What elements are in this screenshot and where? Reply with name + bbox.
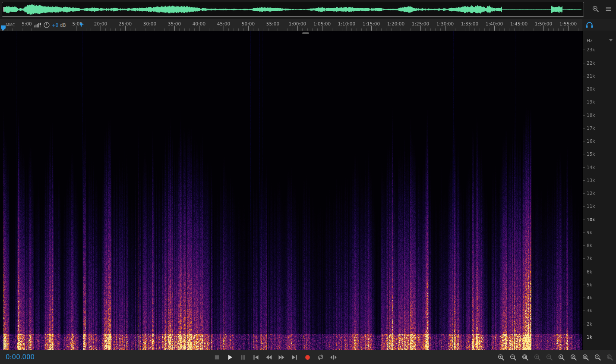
fast-forward-button[interactable]: [277, 352, 286, 362]
frequency-tick: [583, 337, 585, 337]
frequency-label: 7k: [587, 256, 592, 261]
zoom-one-to-one-button[interactable]: [593, 353, 602, 361]
frequency-tick: [583, 63, 585, 63]
overview-waveform-canvas[interactable]: [4, 3, 581, 16]
scale-menu-caret-icon[interactable]: [609, 39, 613, 41]
ruler-time-label: 30:00: [143, 21, 156, 26]
frequency-tick: [583, 115, 585, 116]
record-button[interactable]: [303, 352, 312, 362]
gain-knob-icon[interactable]: [43, 22, 50, 28]
frequency-tick: [583, 272, 585, 272]
spectral-view: Hz 23k22k21k20k19k18k17k16k15k14k13k12k1…: [0, 31, 616, 350]
play-selection-button[interactable]: [329, 352, 338, 362]
overview-menu-icon[interactable]: [605, 5, 612, 13]
frequency-tick: [583, 285, 585, 285]
frequency-tick: [583, 311, 585, 311]
frequency-label: 17k: [587, 126, 595, 131]
frequency-tick: [583, 324, 585, 324]
frequency-tick: [583, 245, 585, 246]
frequency-tick: [583, 232, 585, 233]
frequency-label: 2k: [587, 321, 592, 326]
ruler-time-label: 1:15:00: [363, 21, 380, 26]
frequency-tick: [583, 180, 585, 181]
headphones-monitor-icon[interactable]: [585, 21, 594, 28]
ruler-time-label: 5:00: [22, 21, 32, 26]
ruler-time-label: 1:55:00: [559, 21, 577, 26]
ruler-time-label: 1:25:00: [412, 21, 429, 26]
frequency-scale: Hz 23k22k21k20k19k18k17k16k15k14k13k12k1…: [582, 31, 616, 350]
transport-bar: 0:00.000: [0, 350, 616, 364]
ruler-time-label: 1:30:00: [436, 21, 454, 26]
rewind-button[interactable]: [264, 352, 273, 362]
ruler-time-label: 1:45:00: [510, 21, 528, 26]
frequency-label: 3k: [587, 308, 592, 313]
zoom-to-left-edge-button[interactable]: [557, 353, 565, 361]
frequency-label: 18k: [587, 113, 595, 118]
frequency-label: 9k: [587, 230, 592, 235]
frequency-tick: [583, 154, 585, 154]
ruler-time-label: 25:00: [119, 21, 132, 26]
ruler-time-label: 35:00: [168, 21, 181, 26]
overview-zoom-icon[interactable]: [592, 5, 599, 13]
frequency-tick: [583, 141, 585, 141]
skip-to-end-button[interactable]: [290, 352, 299, 362]
ruler-time-label: 1:10:00: [338, 21, 355, 26]
ruler-time-label: 1:00:00: [289, 21, 306, 26]
zoom-full-button[interactable]: [605, 353, 614, 361]
frequency-tick: [583, 193, 585, 194]
frequency-label: 5k: [587, 282, 592, 287]
timeline-row: 5:0010:0015:0020:0025:0030:0035:0040:004…: [0, 19, 616, 31]
frequency-label: 11k: [587, 204, 595, 209]
mmc-label: MMC: [6, 23, 15, 27]
frequency-label: 13k: [587, 178, 595, 183]
timeline-ruler[interactable]: 5:0010:0015:0020:0025:0030:0035:0040:004…: [0, 19, 582, 31]
zoom-to-selection-button[interactable]: [521, 353, 529, 361]
zoom-out-vertical-button[interactable]: [545, 353, 553, 361]
stop-button[interactable]: [212, 352, 221, 362]
ruler-time-label: 20:00: [94, 21, 107, 26]
frequency-label: 16k: [587, 138, 595, 144]
zoom-in-vertical-button[interactable]: [533, 353, 541, 361]
frequency-tick: [583, 220, 585, 220]
play-button[interactable]: [225, 352, 234, 362]
frequency-label: 22k: [587, 60, 595, 66]
frequency-tick: [583, 206, 585, 207]
overview-bar: [0, 0, 616, 19]
frequency-label: 12k: [587, 191, 595, 196]
frequency-label: 6k: [587, 269, 592, 274]
zoom-to-right-edge-button[interactable]: [569, 353, 578, 361]
frequency-label: 14k: [587, 165, 595, 170]
overview-range-handle[interactable]: [3, 7, 4, 12]
playhead-pointer-icon[interactable]: [79, 22, 85, 28]
ruler-time-label: 50:00: [242, 21, 255, 26]
frequency-tick: [583, 50, 585, 50]
splitter-handle[interactable]: [302, 32, 309, 34]
frequency-label: 21k: [587, 73, 595, 78]
frequency-label: 23k: [587, 47, 595, 52]
pause-button[interactable]: [238, 352, 247, 362]
skip-to-start-button[interactable]: [251, 352, 260, 362]
ruler-time-label: 55:00: [266, 21, 279, 26]
audio-editor-window: 5:0010:0015:0020:0025:0030:0035:0040:004…: [0, 0, 616, 364]
frequency-label: 4k: [587, 295, 592, 300]
playback-gain-controls: +0 dB: [33, 19, 72, 31]
frequency-unit-label: Hz: [587, 38, 592, 43]
frequency-tick: [583, 258, 585, 259]
ruler-time-label: 1:40:00: [486, 21, 503, 26]
frequency-label: 8k: [587, 243, 592, 248]
volume-slider-icon[interactable]: [34, 22, 41, 28]
frequency-tick: [583, 167, 585, 168]
frequency-label: 10k: [587, 217, 595, 222]
time-display: 0:00.000: [6, 353, 35, 361]
spectrogram-display[interactable]: [0, 31, 582, 350]
zoom-out-button[interactable]: [509, 353, 517, 361]
zoom-selection-edges-button[interactable]: [581, 353, 590, 361]
zoom-in-button[interactable]: [496, 353, 505, 361]
ruler-time-label: 1:35:00: [461, 21, 478, 26]
frequency-tick: [583, 298, 585, 298]
frequency-label: 20k: [587, 86, 595, 91]
ruler-time-label: 40:00: [193, 21, 205, 26]
loop-playback-button[interactable]: [316, 352, 325, 362]
waveform-overview[interactable]: [2, 2, 584, 17]
frequency-tick: [583, 76, 585, 76]
